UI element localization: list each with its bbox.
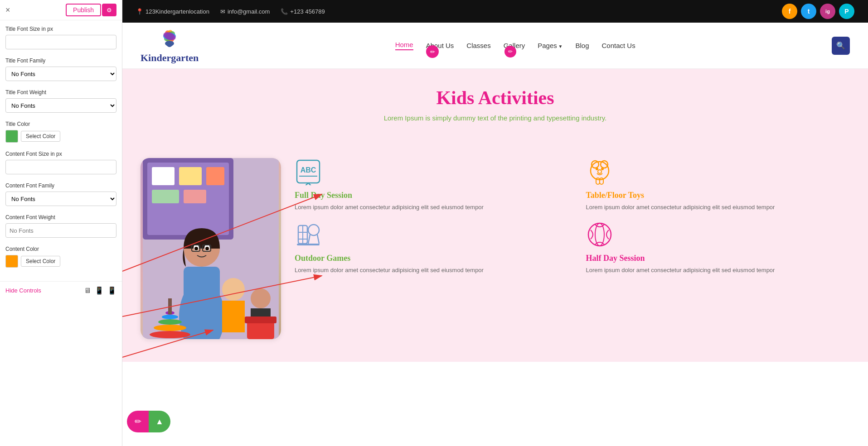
top-bar: 📍 123Kindergartenlocation ✉ info@gmail.c… xyxy=(122,0,868,23)
title-color-swatch-green[interactable] xyxy=(5,130,18,143)
gallery-floating-edit[interactable]: ✏ xyxy=(426,45,439,58)
activity-outdoor: Outdoor Games Lorem ipsum dolor amet con… xyxy=(295,221,559,275)
content-color-row: Select Color xyxy=(5,255,116,268)
title-color-group: Title Color Select Color xyxy=(5,121,116,143)
svg-point-41 xyxy=(591,162,609,180)
title-font-weight-label: Title Font Weight xyxy=(5,89,116,96)
main-content: 📍 123Kindergartenlocation ✉ info@gmail.c… xyxy=(122,0,868,446)
content-color-swatch-orange[interactable] xyxy=(5,255,18,268)
abc-icon: ABC xyxy=(295,158,322,185)
panel-body: Title Font Size in px Title Font Family … xyxy=(0,20,122,281)
nav-pages[interactable]: Pages xyxy=(538,42,563,49)
gallery-edit-bubble[interactable]: ✏ xyxy=(504,46,516,58)
panel-footer: Hide Controls 🖥 📱 📱 xyxy=(0,281,122,299)
half-day-title: Half Day Session xyxy=(586,254,850,263)
nav-contact[interactable]: Contact Us xyxy=(601,42,635,49)
table-toys-desc: Lorem ipsum dolor amet consectetur adipi… xyxy=(586,203,850,212)
svg-point-24 xyxy=(222,278,245,301)
content-font-family-select[interactable]: No Fonts xyxy=(5,192,116,206)
activities-image xyxy=(141,158,281,339)
gear-button[interactable]: ⚙ xyxy=(102,4,116,16)
svg-rect-12 xyxy=(152,190,179,203)
phone-text: +123 456789 xyxy=(290,8,325,15)
social-icons: f t ig P xyxy=(782,4,854,19)
svg-point-31 xyxy=(154,325,186,331)
svg-rect-11 xyxy=(206,167,224,185)
instagram-icon[interactable]: ig xyxy=(820,4,835,19)
twitter-icon[interactable]: t xyxy=(801,4,816,19)
nav-blog[interactable]: Blog xyxy=(575,42,589,49)
svg-rect-35 xyxy=(168,298,172,314)
nav-home[interactable]: Home xyxy=(395,41,413,50)
svg-rect-25 xyxy=(222,301,245,332)
title-font-size-input[interactable] xyxy=(5,35,116,49)
title-font-size-group: Title Font Size in px xyxy=(5,26,116,49)
title-select-color-button[interactable]: Select Color xyxy=(21,131,60,142)
svg-rect-9 xyxy=(152,167,175,185)
edit-icon[interactable]: ✏ xyxy=(426,45,439,58)
content-font-size-input[interactable] xyxy=(5,160,116,174)
content-font-family-label: Content Font Family xyxy=(5,182,116,189)
logo-text: Kindergarten xyxy=(141,52,199,64)
fab-container: ✏ ▲ xyxy=(127,411,170,432)
content-font-family-group: Content Font Family No Fonts xyxy=(5,182,116,206)
svg-point-30 xyxy=(150,331,190,338)
activity-half-day: Half Day Session Lorem ipsum dolor amet … xyxy=(586,221,850,275)
tablet-icon[interactable]: 📱 xyxy=(95,286,104,295)
full-day-title: Full Day Session xyxy=(295,191,559,200)
svg-rect-13 xyxy=(184,190,206,203)
title-font-weight-select[interactable]: No Fonts xyxy=(5,98,116,113)
email-icon: ✉ xyxy=(220,8,225,15)
pinterest-icon[interactable]: P xyxy=(839,4,854,19)
svg-point-44 xyxy=(596,168,598,170)
title-font-family-select[interactable]: No Fonts xyxy=(5,67,116,81)
activities-grid: ABC Full Day Session Lorem ipsum dolor a… xyxy=(295,158,850,274)
title-color-row: Select Color xyxy=(5,130,116,143)
search-icon: 🔍 xyxy=(836,41,845,50)
title-font-weight-group: Title Font Weight No Fonts xyxy=(5,89,116,113)
half-day-desc: Lorem ipsum dolor amet consectetur adipi… xyxy=(586,266,850,275)
svg-rect-29 xyxy=(245,317,276,323)
nav-classes[interactable]: Classes xyxy=(466,42,490,49)
content-font-size-label: Content Font Size in px xyxy=(5,151,116,157)
search-button[interactable]: 🔍 xyxy=(832,37,850,55)
fab-edit-button[interactable]: ✏ xyxy=(127,411,149,432)
svg-point-46 xyxy=(598,170,601,173)
svg-rect-23 xyxy=(184,267,220,321)
svg-line-53 xyxy=(308,235,310,244)
device-icons: 🖥 📱 📱 xyxy=(84,286,116,295)
panel-header: × Publish ⚙ xyxy=(0,0,122,20)
publish-button[interactable]: Publish xyxy=(66,4,101,16)
fab-scroll-up-button[interactable]: ▲ xyxy=(149,411,170,432)
playground-icon xyxy=(295,221,322,248)
svg-rect-47 xyxy=(596,178,600,184)
phone-item: 📞 +123 456789 xyxy=(281,8,325,15)
hero-section: Kids Activities Lorem Ipsum is simply du… xyxy=(122,69,868,149)
content-select-color-button[interactable]: Select Color xyxy=(21,256,60,267)
svg-point-33 xyxy=(162,315,178,319)
content-font-weight-input[interactable] xyxy=(5,223,116,238)
title-color-label: Title Color xyxy=(5,121,116,127)
svg-rect-55 xyxy=(297,244,320,245)
mobile-icon[interactable]: 📱 xyxy=(107,286,116,295)
location-icon: 📍 xyxy=(136,8,143,15)
hide-controls-button[interactable]: Hide Controls xyxy=(5,287,41,294)
outdoor-desc: Lorem ipsum dolor amet consectetur adipi… xyxy=(295,266,559,275)
facebook-icon[interactable]: f xyxy=(782,4,797,19)
svg-rect-48 xyxy=(600,178,603,184)
navbar: Kindergarten Home About Us Classes Galle… xyxy=(122,23,868,69)
svg-point-19 xyxy=(205,247,209,250)
nav-gallery[interactable]: Gallery ✏ xyxy=(504,42,525,49)
activity-table-toys: Table/Floor Toys Lorem ipsum dolor amet … xyxy=(586,158,850,212)
svg-rect-10 xyxy=(179,167,202,185)
content-color-group: Content Color Select Color xyxy=(5,246,116,268)
left-panel: × Publish ⚙ Title Font Size in px Title … xyxy=(0,0,122,446)
close-button[interactable]: × xyxy=(5,5,10,15)
content-font-weight-label: Content Font Weight xyxy=(5,214,116,221)
email-text: info@gmail.com xyxy=(228,8,270,15)
location-text: 123Kindergartenlocation xyxy=(145,8,209,15)
content-font-size-group: Content Font Size in px xyxy=(5,151,116,174)
title-font-family-label: Title Font Family xyxy=(5,58,116,64)
hero-title: Kids Activities xyxy=(141,87,850,109)
desktop-icon[interactable]: 🖥 xyxy=(84,286,91,295)
